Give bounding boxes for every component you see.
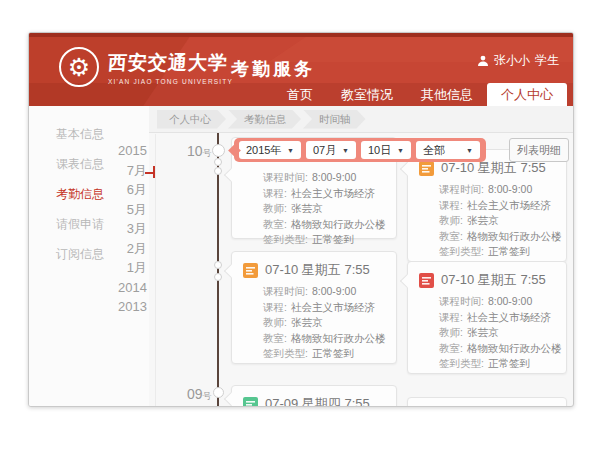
month-select[interactable]: 07月▼ [306, 141, 356, 159]
nav-personal-center[interactable]: 个人中心 [487, 83, 567, 106]
timeline-year-month-axis: 2015 7月 6月 5月 3月 2月 1月 2014 2013 [99, 141, 147, 317]
breadcrumb: 个人中心 考勤信息 时间轴 [149, 106, 573, 133]
axis-year-2015[interactable]: 2015 [99, 141, 147, 161]
axis-month-6[interactable]: 6月 [99, 180, 147, 200]
axis-month-2[interactable]: 2月 [99, 239, 147, 259]
chevron-down-icon: ▼ [397, 147, 404, 154]
timeline-dot [214, 158, 222, 166]
day-select[interactable]: 10日▼ [361, 141, 411, 159]
university-name-en: XI'AN JIAO TONG UNIVERSITY [108, 78, 233, 85]
person-icon [477, 55, 489, 67]
status-calendar-icon [419, 273, 434, 288]
gear-emblem-icon [59, 47, 99, 87]
axis-separator-line [155, 134, 156, 406]
university-logo: 西安交通大学 XI'AN JIAO TONG UNIVERSITY [59, 47, 233, 87]
service-title: 考勤服务 [231, 57, 315, 81]
timeline-dot [213, 387, 224, 398]
card-datetime: 07-10 星期五 7:55 [441, 271, 546, 289]
chevron-down-icon: ▼ [287, 147, 294, 154]
nav-home[interactable]: 首页 [273, 83, 327, 106]
selected-month-tick [145, 172, 153, 174]
header-top-strip [29, 33, 573, 37]
nav-other-info[interactable]: 其他信息 [407, 83, 487, 106]
card-datetime: 07-10 星期五 7:55 [265, 261, 370, 279]
timeline-dot [214, 273, 222, 281]
selected-month-tick [153, 166, 155, 178]
timeline-dot [214, 167, 222, 175]
status-calendar-icon [243, 263, 258, 278]
day-marker-09: 09号 [187, 385, 212, 403]
axis-year-2013[interactable]: 2013 [99, 297, 147, 317]
attendance-card[interactable]: 07-09 星期四 7:55 [231, 385, 397, 407]
attendance-card[interactable]: 07-10 星期五 7:55 课程时间:8:00-9:00 课程:社会主义市场经… [231, 251, 397, 364]
top-nav: 首页 教室情况 其他信息 个人中心 [273, 83, 567, 106]
axis-month-5[interactable]: 5月 [99, 200, 147, 220]
header: 西安交通大学 XI'AN JIAO TONG UNIVERSITY 考勤服务 张… [29, 33, 573, 106]
breadcrumb-timeline[interactable]: 时间轴 [303, 110, 366, 129]
user-account[interactable]: 张小小 学生 [477, 52, 559, 69]
status-calendar-icon [419, 161, 434, 176]
user-name: 张小小 [494, 52, 530, 69]
app-window: 西安交通大学 XI'AN JIAO TONG UNIVERSITY 考勤服务 张… [28, 32, 574, 407]
university-name-cn: 西安交通大学 [107, 50, 234, 76]
nav-classrooms[interactable]: 教室情况 [327, 83, 407, 106]
attendance-card[interactable]: 07-10 星期五 7:55 课程时间:8:00-9:00 课程:社会主义市场经… [407, 149, 567, 262]
attendance-card[interactable] [407, 397, 567, 407]
chevron-down-icon: ▼ [342, 147, 349, 154]
axis-month-7[interactable]: 7月 [99, 161, 147, 181]
attendance-card[interactable]: 07-10 星期五 7:55 课程时间:8:00-9:00 课程:社会主义市场经… [407, 261, 567, 374]
user-role: 学生 [535, 52, 559, 69]
status-calendar-icon [243, 397, 258, 408]
breadcrumb-personal-center[interactable]: 个人中心 [157, 110, 226, 129]
card-datetime: 07-09 星期四 7:55 [265, 395, 370, 407]
chevron-down-icon: ▼ [466, 147, 473, 154]
axis-month-3[interactable]: 3月 [99, 219, 147, 239]
breadcrumb-attendance[interactable]: 考勤信息 [228, 110, 301, 129]
day-marker-10: 10号 [187, 142, 212, 160]
list-detail-button[interactable]: 列表明细 [509, 138, 569, 162]
timeline-dot [212, 144, 225, 157]
date-filter-bar: 2015年▼ 07月▼ 10日▼ 全部▼ [234, 138, 486, 162]
axis-month-1[interactable]: 1月 [99, 258, 147, 278]
axis-year-2014[interactable]: 2014 [99, 278, 147, 298]
university-name-block: 西安交通大学 XI'AN JIAO TONG UNIVERSITY [108, 50, 233, 85]
year-select[interactable]: 2015年▼ [239, 141, 301, 159]
timeline-dot [214, 261, 222, 269]
type-select[interactable]: 全部▼ [416, 141, 480, 159]
